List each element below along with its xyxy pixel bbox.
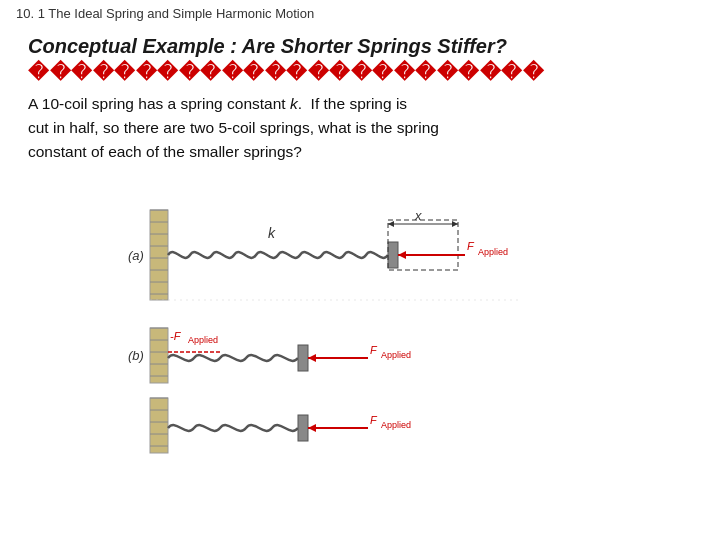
svg-text:F: F <box>370 414 378 426</box>
svg-rect-9 <box>388 242 398 268</box>
svg-rect-42 <box>298 415 308 441</box>
svg-text:k: k <box>268 225 276 241</box>
example-subtitle: ������������������������ <box>28 60 692 84</box>
svg-text:Applied: Applied <box>478 247 508 257</box>
svg-rect-0 <box>150 210 168 300</box>
diagram-area: (a) x k F Applied <box>28 180 692 460</box>
example-title: Conceptual Example : Are Shorter Springs… <box>28 35 692 58</box>
svg-text:F: F <box>467 240 475 252</box>
svg-rect-21 <box>150 328 168 383</box>
svg-marker-44 <box>308 424 316 432</box>
svg-marker-13 <box>388 221 394 227</box>
svg-text:x: x <box>414 208 422 223</box>
page-title: 10. 1 The Ideal Spring and Simple Harmon… <box>16 6 314 21</box>
svg-rect-36 <box>150 398 168 453</box>
svg-text:F: F <box>370 344 378 356</box>
svg-marker-12 <box>452 221 458 227</box>
svg-text:(b): (b) <box>128 348 144 363</box>
svg-marker-33 <box>308 354 316 362</box>
label-a: (a) <box>128 248 144 263</box>
svg-rect-28 <box>298 345 308 371</box>
svg-text:-F: -F <box>170 330 182 342</box>
example-description: A 10-coil spring has a spring constant k… <box>28 92 692 164</box>
svg-text:Applied: Applied <box>188 335 218 345</box>
svg-marker-17 <box>398 251 406 259</box>
svg-text:Applied: Applied <box>381 420 411 430</box>
svg-text:Applied: Applied <box>381 350 411 360</box>
